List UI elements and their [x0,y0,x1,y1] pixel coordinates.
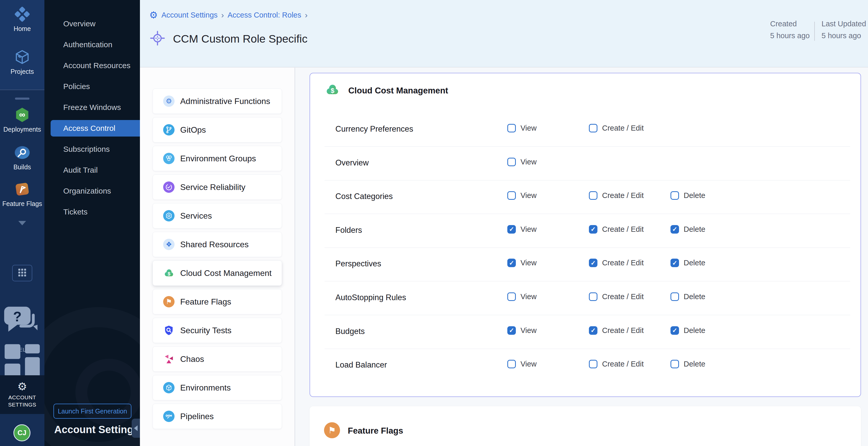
sidebar-item-account-settings[interactable]: ⚙ ACCOUNT SETTINGS [0,375,44,414]
row-divider [324,315,850,315]
settings-nav-item-authentication[interactable]: Authentication [44,36,140,53]
breadcrumb-gear-icon: ⚙ [149,10,158,20]
harness-home-icon [14,6,31,23]
permission-cell: ✓ Delete [671,326,705,335]
permission-resource-label: Cost Categories [335,192,393,201]
permission-cell: ✓ Delete [671,292,705,301]
permission-cell: ✓ Create / Edit [589,259,644,267]
permission-cell: ✓ View [507,158,536,166]
settings-nav-item-account-resources[interactable]: Account Resources [44,57,140,74]
chevron-left-icon [134,425,137,431]
permissions-section-title: Cloud Cost Management [348,86,448,95]
resource-category-environment-groups[interactable]: Environment Groups [153,146,282,171]
breadcrumb-separator: › [221,10,224,20]
settings-nav-item-tickets[interactable]: Tickets [44,204,140,220]
resource-category-services[interactable]: Services [153,203,282,228]
settings-sidebar-title: Account Settings [54,424,139,436]
permission-cell: ✓ View [507,360,536,368]
permission-cell: ✓ Create / Edit [589,124,644,132]
svg-text:$: $ [331,87,334,94]
reliability-check-icon [163,182,175,193]
checkbox-currency-preferences-create-edit[interactable]: ✓ [589,124,597,132]
checkbox-folders-view[interactable]: ✓ [507,225,516,233]
checkbox-perspectives-create-edit[interactable]: ✓ [589,259,597,267]
user-avatar[interactable]: CJ [13,424,30,441]
settings-nav-item-subscriptions[interactable]: Subscriptions [44,141,140,157]
diamond-cluster-icon: ❖ [163,239,175,250]
permission-resource-label: Currency Preferences [335,124,413,134]
deployments-hexagon-icon: ∞ [14,106,31,123]
permission-cell: ✓ Delete [671,225,705,233]
checkbox-perspectives-view[interactable]: ✓ [507,259,516,267]
breadcrumb-account-settings[interactable]: Account Settings [161,11,218,19]
sidebar-collapse-button[interactable] [132,419,140,438]
checkbox-overview-view[interactable]: ✓ [507,158,516,166]
checkbox-currency-preferences-view[interactable]: ✓ [507,124,516,132]
resource-category-security-tests[interactable]: Security Tests [153,318,282,343]
breadcrumb-access-control-roles[interactable]: Access Control: Roles [227,11,301,19]
checkbox-cost-categories-delete[interactable]: ✓ [671,191,679,200]
settings-nav-item-policies[interactable]: Policies [44,78,140,95]
created-meta: Created 5 hours ago [770,20,810,40]
checkbox-load-balancer-create-edit[interactable]: ✓ [589,360,597,368]
permission-cell: ✓ View [507,225,536,233]
resource-category-feature-flags[interactable]: ⚑ Feature Flags [153,289,282,314]
module-sidebar-item-deployments[interactable]: ∞ Deployments [0,106,44,133]
permission-cell: ✓ Create / Edit [589,225,644,233]
checkbox-cost-categories-view[interactable]: ✓ [507,191,516,200]
resource-category-service-reliability[interactable]: Service Reliability [153,174,282,200]
permission-cell: ✓ Create / Edit [589,191,644,200]
settings-nav-item-access-control[interactable]: Access Control [51,120,140,136]
settings-nav-item-freeze-windows[interactable]: Freeze Windows [44,99,140,116]
checkbox-budgets-view[interactable]: ✓ [507,326,516,335]
page-title: CCM Custom Role Specific [173,33,308,45]
permission-resource-label: AutoStopping Rules [335,293,406,302]
admin-gear-icon: ⚙ [163,95,175,107]
permissions-panel: $ Cloud Cost Management Currency Prefere… [310,73,861,397]
checkbox-autostopping-rules-delete[interactable]: ✓ [671,292,679,301]
last-updated-meta: Last Updated 5 hours ago [822,20,866,40]
chevron-down-icon[interactable] [18,221,26,225]
settings-nav-item-audit-trail[interactable]: Audit Trail [44,162,140,178]
settings-sidebar: Overview Authentication Account Resource… [44,0,140,446]
checkbox-load-balancer-delete[interactable]: ✓ [671,360,679,368]
row-divider [324,281,850,281]
resource-category-gitops[interactable]: GitOps [153,117,282,142]
sidebar-divider [0,90,44,90]
cloud-dollar-icon: $ [324,82,340,98]
module-sidebar-item-projects[interactable]: Projects [0,49,44,75]
settings-nav-item-overview[interactable]: Overview [44,15,140,32]
module-grid-button[interactable] [12,265,32,281]
checkbox-cost-categories-create-edit[interactable]: ✓ [589,191,597,200]
resource-category-chaos[interactable]: Chaos [153,346,282,372]
checkbox-perspectives-delete[interactable]: ✓ [671,259,679,267]
permission-cell: ✓ Delete [671,259,705,267]
permission-cell: ✓ Create / Edit [589,292,644,301]
module-sidebar-item-feature-flags[interactable]: Feature Flags [0,181,44,208]
checkbox-folders-create-edit[interactable]: ✓ [589,225,597,233]
breadcrumb-separator: › [305,10,308,20]
module-sidebar-item-home[interactable]: Home [0,6,44,33]
last-updated-label: Last Updated [822,20,866,28]
checkbox-autostopping-rules-view[interactable]: ✓ [507,292,516,301]
last-updated-value: 5 hours ago [822,31,866,40]
resource-category-administrative-functions[interactable]: ⚙ Administrative Functions [153,89,282,114]
settings-nav-item-organizations[interactable]: Organizations [44,183,140,199]
row-divider [324,180,850,181]
resource-category-shared-resources[interactable]: ❖ Shared Resources [153,232,282,257]
row-divider [324,349,850,349]
checkbox-folders-delete[interactable]: ✓ [671,225,679,233]
sidebar-drag-handle[interactable] [15,98,29,100]
checkbox-load-balancer-view[interactable]: ✓ [507,360,516,368]
checkbox-budgets-delete[interactable]: ✓ [671,326,679,335]
account-settings-label-line2: SETTINGS [8,401,36,408]
launch-first-generation-button[interactable]: Launch First Generation [54,404,131,419]
permission-cell: ✓ Delete [671,360,705,368]
resource-category-cloud-cost-management[interactable]: $ Cloud Cost Management [153,260,282,286]
resource-category-environments[interactable]: Environments [153,375,282,400]
resource-category-pipelines[interactable]: Pipelines [153,404,282,429]
checkbox-autostopping-rules-create-edit[interactable]: ✓ [589,292,597,301]
module-sidebar-item-builds[interactable]: Builds [0,144,44,171]
checkbox-budgets-create-edit[interactable]: ✓ [589,326,597,335]
content-area: ⚙ Administrative Functions GitOps Enviro… [140,68,868,446]
